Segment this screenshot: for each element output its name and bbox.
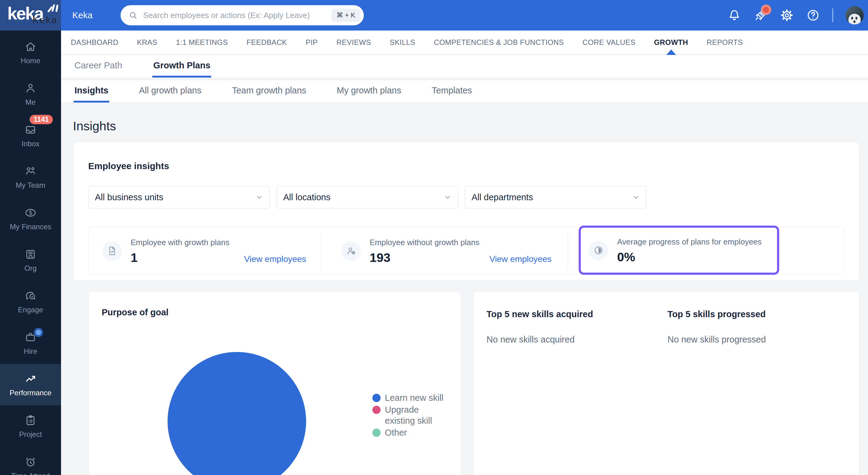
- stat-label: Employee without growth plans: [370, 238, 552, 247]
- chevron-down-icon: [443, 192, 452, 202]
- performance-trend-icon: [24, 373, 37, 385]
- tab-templates[interactable]: Templates: [431, 80, 473, 102]
- top-new-skills-section: Top 5 new skills acquired No new skills …: [487, 309, 668, 345]
- main-content: Insights Employee insights All business …: [61, 103, 868, 475]
- stat-employees-with-plans: Employee with growth plans 1 View employ…: [89, 227, 321, 275]
- top-skills-progressed-empty-text: No new skills progressed: [668, 334, 766, 345]
- finances-icon: $: [24, 206, 37, 219]
- sidebar-item-hire[interactable]: Hire: [0, 322, 61, 364]
- sidebar-item-project[interactable]: Project: [0, 406, 61, 447]
- employee-insights-card: Employee insights All business units All…: [73, 142, 860, 281]
- progress-half-circle-icon: [589, 241, 608, 260]
- search-shortcut-hint: ⌘ + K: [332, 8, 360, 22]
- highlighted-stat-box: Average progress of plans for employees …: [579, 226, 779, 275]
- whats-new-badge-dot: [761, 5, 771, 15]
- tab-kras[interactable]: KRAS: [137, 38, 157, 47]
- hire-notification-dot: [34, 328, 43, 337]
- project-clipboard-icon: [24, 414, 37, 427]
- engage-chat-icon: [24, 289, 37, 302]
- tab-skills[interactable]: SKILLS: [390, 38, 415, 47]
- sidebar-item-me[interactable]: Me: [0, 73, 61, 115]
- bottom-cards-row: Purpose of goal Learn new skill Upgrade …: [89, 291, 860, 475]
- help-icon[interactable]: [806, 8, 820, 22]
- tab-my-growth-plans[interactable]: My growth plans: [336, 80, 402, 102]
- subtab-growth-plans[interactable]: Growth Plans: [152, 55, 211, 78]
- sidebar-item-time-attend[interactable]: Time Attend: [0, 447, 61, 475]
- separator-band: [61, 78, 868, 80]
- notifications-bell-icon[interactable]: [727, 8, 741, 22]
- stat-value: 193: [370, 251, 390, 264]
- tab-competencies-job-functions[interactable]: COMPETENCIES & JOB FUNCTIONS: [434, 38, 564, 47]
- global-search[interactable]: ⌘ + K: [121, 5, 364, 25]
- page-title: Insights: [73, 119, 868, 133]
- legend-label: Upgrade existing skill: [385, 404, 446, 426]
- sidebar-item-label: Inbox: [22, 140, 40, 148]
- sidebar-item-my-team[interactable]: My Team: [0, 156, 61, 198]
- tab-growth[interactable]: GROWTH: [654, 38, 688, 47]
- team-icon: [24, 165, 37, 178]
- document-check-icon: [102, 241, 122, 261]
- stat-employees-without-plans: Employee without growth plans 193 View e…: [321, 227, 568, 275]
- stat-value: 1: [131, 251, 138, 264]
- business-units-select[interactable]: All business units: [88, 186, 270, 208]
- legend-item-upgrade-existing-skill: Upgrade existing skill: [372, 404, 448, 426]
- view-employees-link[interactable]: View employees: [244, 254, 306, 264]
- brand-title: Keka: [72, 10, 92, 21]
- departments-select[interactable]: All departments: [465, 186, 646, 208]
- legend-dot: [372, 428, 380, 437]
- sidebar-item-engage[interactable]: Engage: [0, 281, 61, 322]
- sidebar-item-label: Hire: [24, 347, 37, 355]
- search-icon: [128, 11, 138, 20]
- search-input[interactable]: [143, 10, 327, 21]
- sidebar-item-label: Me: [25, 98, 35, 106]
- keka-claw-icon: [46, 2, 60, 13]
- sidebar-item-label: My Finances: [10, 223, 51, 231]
- whats-new-rocket-icon[interactable]: [753, 8, 768, 22]
- tab-reviews[interactable]: REVIEWS: [336, 38, 371, 47]
- svg-text:$: $: [29, 209, 32, 216]
- tab-dashboard[interactable]: DASHBOARD: [71, 38, 118, 47]
- legend-item-learn-new-skill: Learn new skill: [372, 392, 448, 403]
- sidebar-item-label: My Team: [16, 181, 45, 189]
- tab-reports[interactable]: REPORTS: [707, 38, 743, 47]
- user-avatar[interactable]: [845, 6, 864, 24]
- sidebar-item-label: Org: [24, 264, 37, 272]
- tab-team-growth-plans[interactable]: Team growth plans: [231, 80, 307, 102]
- sidebar-item-inbox[interactable]: 1141 Inbox: [0, 115, 61, 156]
- sidebar-item-home[interactable]: Home: [0, 32, 61, 73]
- growth-plans-tabs: Insights All growth plans Team growth pl…: [61, 80, 868, 103]
- home-icon: [24, 40, 37, 53]
- chevron-down-icon: [631, 192, 641, 202]
- topbar-divider: [832, 8, 833, 22]
- stat-value: 0%: [617, 251, 635, 263]
- stat-label: Average progress of plans for employees: [617, 237, 771, 247]
- tab-pip[interactable]: PIP: [306, 38, 318, 47]
- keka-logo[interactable]: keka Keka: [0, 0, 61, 31]
- tab-1-1-meetings[interactable]: 1:1 MEETINGS: [176, 38, 228, 47]
- sidebar-nav: Home Me 1141 Inbox My Team: [0, 31, 61, 475]
- tab-all-growth-plans[interactable]: All growth plans: [138, 80, 203, 102]
- inbox-icon: 1141: [24, 123, 37, 136]
- stat-label: Employee with growth plans: [131, 238, 306, 247]
- person-x-icon: [341, 241, 361, 261]
- top-bar: keka Keka Keka ⌘ + K: [0, 0, 868, 31]
- sidebar-item-my-finances[interactable]: $ My Finances: [0, 198, 61, 239]
- legend-dot: [372, 394, 380, 402]
- user-icon: [24, 82, 37, 95]
- purpose-of-goal-title: Purpose of goal: [102, 307, 168, 318]
- business-units-value: All business units: [95, 192, 163, 202]
- sidebar-item-label: Home: [21, 57, 40, 65]
- tab-core-values[interactable]: CORE VALUES: [582, 38, 635, 47]
- subtab-career-path[interactable]: Career Path: [73, 55, 123, 78]
- view-employees-link[interactable]: View employees: [490, 254, 552, 264]
- legend-label: Learn new skill: [385, 392, 443, 403]
- employee-insights-title: Employee insights: [88, 161, 844, 171]
- sidebar-item-performance[interactable]: Performance: [0, 364, 61, 406]
- tab-feedback[interactable]: FEEDBACK: [247, 38, 287, 47]
- settings-gear-icon[interactable]: [780, 8, 794, 22]
- locations-value: All locations: [283, 192, 331, 202]
- locations-select[interactable]: All locations: [277, 186, 458, 208]
- tab-insights[interactable]: Insights: [73, 80, 109, 102]
- time-attend-clock-icon: [24, 455, 37, 468]
- sidebar-item-org[interactable]: Org: [0, 239, 61, 281]
